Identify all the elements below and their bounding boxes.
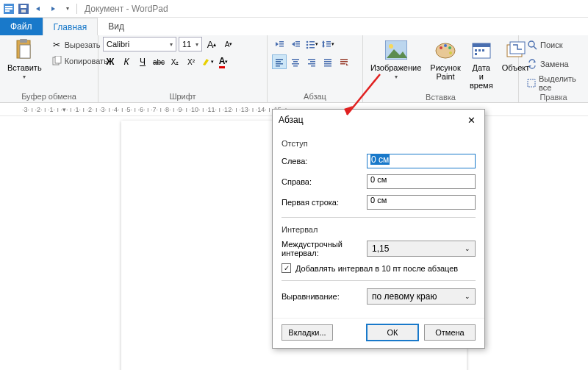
right-indent-label: Справа: <box>282 177 361 186</box>
decrease-indent-button[interactable] <box>272 37 287 51</box>
replace-icon <box>526 58 538 70</box>
line-spacing-button[interactable]: ▾ <box>320 37 335 51</box>
tab-home[interactable]: Главная <box>43 18 98 35</box>
first-line-input[interactable]: 0 см <box>367 195 476 210</box>
select-all-button[interactable]: Выделить все <box>523 75 584 91</box>
qat-dropdown-icon[interactable]: ▾ <box>62 3 74 15</box>
alignment-select[interactable]: по левому краю⌄ <box>367 288 476 305</box>
svg-rect-2 <box>5 8 12 10</box>
svg-rect-25 <box>326 41 331 43</box>
svg-point-53 <box>449 51 452 54</box>
svg-rect-1 <box>5 6 12 7</box>
strikethrough-button[interactable]: abc <box>151 54 166 69</box>
justify-button[interactable] <box>320 54 335 69</box>
app-icon <box>3 3 15 15</box>
svg-rect-43 <box>324 65 331 67</box>
replace-button[interactable]: Замена <box>523 56 584 72</box>
align-left-button[interactable] <box>272 54 287 69</box>
svg-rect-37 <box>310 61 315 63</box>
chevron-down-icon: ▾ <box>196 41 198 48</box>
alignment-label: Выравнивание: <box>282 292 361 301</box>
svg-rect-15 <box>295 41 300 43</box>
ok-button[interactable]: ОК <box>367 324 418 341</box>
paragraph-dialog: Абзац ✕ Отступ Слева: 0 см Справа: 0 см … <box>272 109 485 349</box>
find-button[interactable]: Поиск <box>523 37 584 53</box>
svg-rect-14 <box>279 46 284 47</box>
svg-rect-30 <box>276 63 283 65</box>
dialog-title: Абзац <box>279 115 304 125</box>
align-right-button[interactable] <box>304 54 319 69</box>
svg-rect-31 <box>276 65 280 67</box>
font-color-button[interactable]: A▾ <box>216 54 231 69</box>
superscript-button[interactable]: X² <box>184 54 198 69</box>
group-edit: Поиск Замена Выделить все Правка <box>519 35 588 102</box>
font-name-combo[interactable]: Calibri▾ <box>103 37 176 51</box>
group-insert-label: Вставка <box>368 91 514 103</box>
insert-image-button[interactable]: Изображение ▾ <box>368 37 424 91</box>
svg-rect-8 <box>20 39 27 43</box>
chevron-down-icon: ⌄ <box>465 245 470 252</box>
select-all-icon <box>526 77 537 89</box>
cancel-button[interactable]: Отмена <box>424 324 476 341</box>
svg-rect-28 <box>276 59 283 60</box>
chevron-down-icon: ▾ <box>170 41 173 48</box>
tab-file[interactable]: Файл <box>0 18 43 35</box>
line-spacing-select[interactable]: 1,15⌄ <box>367 241 476 257</box>
palette-icon <box>434 38 457 62</box>
underline-button[interactable]: Ч <box>135 54 150 69</box>
interval-header: Интервал <box>282 225 476 234</box>
line-spacing-label: Междустрочный интервал: <box>282 240 361 257</box>
group-edit-label: Правка <box>523 91 584 103</box>
paste-button[interactable]: Вставить ▾ <box>4 37 45 90</box>
svg-rect-27 <box>326 46 331 47</box>
align-center-button[interactable] <box>288 54 303 69</box>
shrink-font-button[interactable]: A▾ <box>221 37 236 51</box>
group-paragraph-label: Абзац <box>272 90 358 102</box>
svg-point-52 <box>448 46 451 49</box>
highlight-button[interactable]: ▾ <box>200 54 215 69</box>
svg-point-22 <box>306 47 309 49</box>
indent-header: Отступ <box>282 139 476 148</box>
undo-icon[interactable] <box>32 3 44 15</box>
right-indent-input[interactable]: 0 см <box>367 174 476 189</box>
tab-view[interactable]: Вид <box>98 18 135 35</box>
bullets-button[interactable]: ▾ <box>304 37 319 51</box>
tabs-button[interactable]: Вкладки... <box>282 324 333 341</box>
svg-point-50 <box>440 46 442 49</box>
dialog-titlebar[interactable]: Абзац ✕ <box>273 110 484 130</box>
divider <box>76 4 77 14</box>
bold-button[interactable]: Ж <box>103 54 118 69</box>
ribbon-tabs: Файл Главная Вид <box>0 18 588 35</box>
increase-indent-button[interactable] <box>288 37 303 51</box>
svg-line-63 <box>534 46 537 49</box>
close-button[interactable]: ✕ <box>464 113 478 127</box>
italic-button[interactable]: К <box>119 54 134 69</box>
paragraph-dialog-button[interactable] <box>337 54 351 69</box>
font-size-combo[interactable]: 11▾ <box>179 37 202 51</box>
svg-rect-57 <box>478 49 481 51</box>
insert-datetime-button[interactable]: Дата и время <box>467 37 496 91</box>
svg-point-62 <box>528 41 534 47</box>
group-insert: Изображение ▾ Рисунок Paint Дата и время… <box>363 35 519 102</box>
first-line-label: Первая строка: <box>282 198 361 207</box>
svg-rect-5 <box>21 5 26 8</box>
svg-rect-39 <box>311 65 315 67</box>
svg-point-51 <box>444 44 447 47</box>
add-space-checkbox[interactable]: ✓ <box>282 263 291 273</box>
save-icon[interactable] <box>18 3 29 15</box>
svg-rect-11 <box>55 56 61 63</box>
svg-rect-21 <box>309 44 315 46</box>
grow-font-button[interactable]: A▴ <box>204 37 219 51</box>
svg-point-20 <box>306 44 309 46</box>
subscript-button[interactable]: X₂ <box>168 54 182 69</box>
svg-rect-44 <box>340 59 348 60</box>
svg-rect-19 <box>309 41 315 43</box>
insert-paint-button[interactable]: Рисунок Paint <box>427 37 464 91</box>
chevron-down-icon: ⌄ <box>465 293 470 300</box>
svg-rect-34 <box>292 63 299 65</box>
svg-rect-32 <box>292 59 299 60</box>
svg-rect-42 <box>324 63 331 65</box>
redo-icon[interactable] <box>47 3 59 15</box>
paste-icon <box>12 38 36 62</box>
left-indent-input[interactable]: 0 см <box>367 154 476 168</box>
